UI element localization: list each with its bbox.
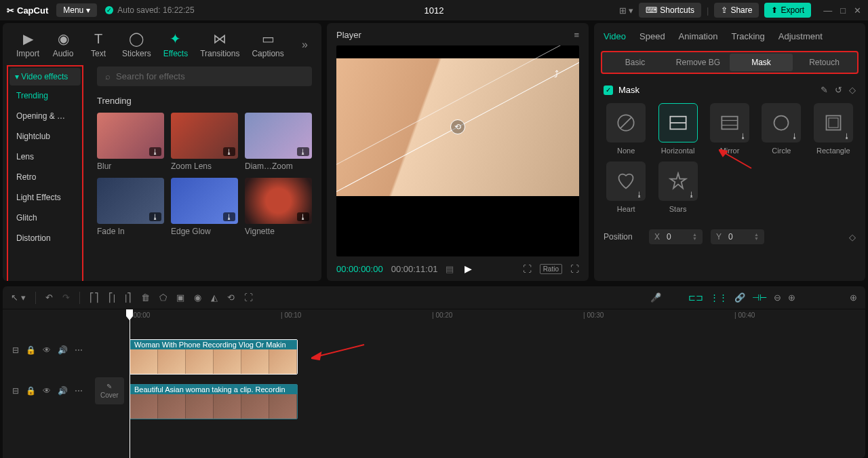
spinner-icon[interactable]: ▲▼: [754, 233, 759, 241]
effect-diamond-zoom[interactable]: ⭳Diam…Zoom: [245, 113, 312, 171]
layout-icon[interactable]: ⊞ ▾: [619, 5, 634, 16]
tab-audio[interactable]: ◉Audio: [46, 28, 80, 61]
link-icon[interactable]: 🔗: [734, 292, 745, 303]
spinner-icon[interactable]: ▲▼: [692, 233, 697, 241]
mask-heart[interactable]: ⭳: [606, 161, 646, 201]
sidebar-item-distortion[interactable]: Distortion: [9, 228, 81, 248]
mask-checkbox[interactable]: ✓: [604, 85, 613, 95]
mirror-icon[interactable]: ◭: [211, 292, 218, 303]
effect-fade-in[interactable]: ⭳Fade In: [97, 178, 164, 236]
mask-none[interactable]: [606, 103, 646, 142]
delete-icon[interactable]: 🗑: [141, 292, 150, 303]
project-name[interactable]: 1012: [425, 5, 444, 16]
timeline-ruler[interactable]: | 00:00 | 00:10 | 00:20 | 00:30 | 00:40: [121, 309, 865, 323]
subtab-remove-bg[interactable]: Remove BG: [667, 54, 730, 71]
play-button[interactable]: ▶: [465, 263, 472, 274]
mute-icon[interactable]: 🔊: [58, 345, 68, 355]
track-row-2[interactable]: Beautiful Asian woman taking a clip. Rec…: [121, 384, 865, 425]
tab-speed[interactable]: Speed: [639, 31, 665, 41]
compare-icon[interactable]: ▤: [446, 264, 454, 274]
tab-animation[interactable]: Animation: [679, 31, 718, 41]
undo-icon[interactable]: ↶: [45, 292, 53, 303]
split-icon[interactable]: ⎡⎤: [90, 292, 99, 303]
player-menu-icon[interactable]: ≡: [574, 30, 579, 40]
tab-stickers[interactable]: ◯Stickers: [117, 28, 157, 61]
fullscreen-icon[interactable]: ⛶: [570, 264, 579, 274]
more-tabs-icon[interactable]: »: [296, 39, 313, 51]
crop-icon[interactable]: ⛶: [244, 292, 253, 303]
clip-1[interactable]: Woman With Phone Recording Vlog Or Makin: [130, 339, 298, 375]
menu-button[interactable]: Menu ▾: [56, 3, 97, 17]
minimize-icon[interactable]: —: [823, 5, 832, 16]
mark-icon[interactable]: ⬠: [159, 292, 167, 303]
sidebar-item-opening[interactable]: Opening & …: [9, 106, 81, 126]
snap-icon[interactable]: ⊏⊐: [688, 292, 703, 303]
magnetic-icon[interactable]: ⋮⋮: [710, 292, 728, 303]
select-tool-icon[interactable]: ↖ ▾: [11, 292, 26, 303]
arrow-up-icon[interactable]: ⤴: [554, 69, 559, 79]
tab-video[interactable]: Video: [604, 31, 626, 41]
sidebar-item-glitch[interactable]: Glitch: [9, 208, 81, 228]
reset-icon[interactable]: ↺: [835, 85, 842, 95]
mask-horizontal[interactable]: [658, 103, 698, 142]
track-more-icon[interactable]: ⋯: [75, 386, 83, 396]
group-icon[interactable]: ▣: [176, 292, 184, 303]
track-collapse-icon[interactable]: ⊟: [12, 386, 19, 396]
sidebar-item-nightclub[interactable]: Nightclub: [9, 126, 81, 147]
split-right-icon[interactable]: |⎤: [125, 292, 132, 303]
tab-adjustment[interactable]: Adjustment: [778, 31, 823, 41]
share-button[interactable]: ⇪ Share: [714, 3, 759, 18]
tab-transitions[interactable]: ⋈Transitions: [195, 28, 245, 61]
keyframe-icon[interactable]: ◇: [849, 232, 856, 242]
edit-mask-icon[interactable]: ✎: [821, 85, 828, 95]
track-area[interactable]: | 00:00 | 00:10 | 00:20 | 00:30 | 00:40 …: [121, 309, 865, 458]
sidebar-item-lens[interactable]: Lens: [9, 147, 81, 167]
crop-preview-icon[interactable]: ⛶: [523, 264, 532, 274]
subtab-retouch[interactable]: Retouch: [793, 54, 856, 71]
mask-circle[interactable]: ⭳: [762, 103, 801, 142]
tab-import[interactable]: ▶Import: [11, 28, 45, 61]
preview-axis-icon[interactable]: ⊣⊢: [752, 292, 767, 303]
maximize-icon[interactable]: □: [840, 5, 846, 16]
player-viewport[interactable]: ⟲ ⤴: [336, 45, 579, 256]
export-button[interactable]: ⬆ Export: [764, 3, 811, 18]
zoom-out-icon[interactable]: ⊖: [774, 292, 781, 303]
effect-vignette[interactable]: ⭳Vignette: [245, 178, 312, 236]
effect-zoom-lens[interactable]: ⭳Zoom Lens: [171, 113, 238, 171]
keyframe-icon[interactable]: ◇: [849, 85, 856, 95]
shortcuts-button[interactable]: ⌨ Shortcuts: [639, 3, 701, 18]
effect-blur[interactable]: ⭳Blur: [97, 113, 164, 171]
subtab-basic[interactable]: Basic: [604, 54, 667, 71]
zoom-in-icon[interactable]: ⊕: [788, 292, 795, 303]
close-icon[interactable]: ✕: [854, 5, 861, 16]
track-row-1[interactable]: Woman With Phone Recording Vlog Or Makin: [121, 339, 865, 380]
mute-icon[interactable]: 🔊: [58, 386, 68, 396]
cover-button[interactable]: ✎Cover: [95, 377, 124, 404]
mask-stars[interactable]: ⭳: [658, 161, 698, 201]
redo-icon[interactable]: ↷: [62, 292, 70, 303]
ratio-button[interactable]: Ratio: [540, 264, 562, 274]
sidebar-item-trending[interactable]: Trending: [9, 85, 81, 106]
search-input[interactable]: ⌕Search for effects: [97, 66, 312, 86]
split-left-icon[interactable]: ⎡|: [108, 292, 115, 303]
rotate-icon[interactable]: ⟲: [227, 292, 235, 303]
mask-rectangle[interactable]: ⭳: [814, 103, 853, 142]
lock-icon[interactable]: 🔒: [26, 345, 36, 355]
speed-icon[interactable]: ◉: [194, 292, 201, 303]
zoom-fit-icon[interactable]: ⊕: [850, 292, 857, 303]
mask-mirror[interactable]: ⭳: [710, 103, 749, 142]
lock-icon[interactable]: 🔒: [26, 386, 36, 396]
visibility-icon[interactable]: 👁: [43, 386, 51, 396]
position-x-input[interactable]: X0▲▼: [649, 229, 703, 244]
sidebar-item-light[interactable]: Light Effects: [9, 187, 81, 208]
mic-icon[interactable]: 🎤: [650, 292, 661, 303]
tab-captions[interactable]: ▭Captions: [246, 28, 289, 61]
subtab-mask[interactable]: Mask: [730, 54, 793, 71]
tab-tracking[interactable]: Tracking: [731, 31, 764, 41]
clip-2[interactable]: Beautiful Asian woman taking a clip. Rec…: [130, 384, 298, 419]
tab-effects[interactable]: ✦Effects: [158, 28, 193, 61]
track-more-icon[interactable]: ⋯: [75, 345, 83, 355]
effect-edge-glow[interactable]: ⭳Edge Glow: [171, 178, 238, 236]
tab-text[interactable]: TText: [81, 28, 115, 61]
sidebar-title[interactable]: ▾ Video effects: [9, 68, 81, 85]
